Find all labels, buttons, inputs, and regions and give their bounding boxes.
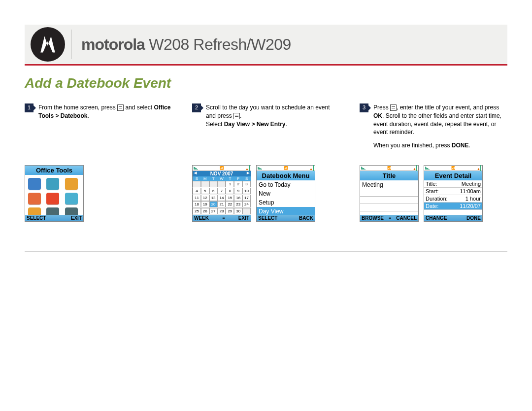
separator bbox=[71, 30, 71, 59]
softkey-left: BROWSE bbox=[362, 215, 384, 221]
softkey-right: CANCEL bbox=[396, 215, 417, 221]
motorola-logo-icon bbox=[31, 27, 65, 62]
icon-grid bbox=[25, 175, 83, 215]
signal-icon bbox=[194, 167, 199, 170]
step-number: 1 bbox=[25, 103, 33, 112]
softkey-right: DONE bbox=[466, 215, 481, 221]
phone-screen-event-detail: 📶▲ Event Detail Title:MeetingStart:11:00… bbox=[424, 165, 483, 222]
softkey-right: BACK bbox=[299, 215, 313, 221]
battery-icon bbox=[313, 165, 314, 171]
screen-title: Office Tools bbox=[25, 166, 83, 175]
battery-icon bbox=[480, 165, 481, 171]
signal-icon bbox=[425, 167, 430, 170]
screen-title: Datebook Menu bbox=[257, 171, 315, 180]
brand-title: motorola W208 Refresh/W209 bbox=[81, 35, 291, 54]
screen-title: Title bbox=[360, 171, 418, 180]
section-title: Add a Datebook Event bbox=[25, 75, 507, 91]
menu-item: New bbox=[257, 189, 315, 198]
menu-icon: ≡ bbox=[389, 215, 391, 221]
radio-icon bbox=[46, 207, 59, 215]
phone-screen-office-tools: Office Tools SELECT EXIT bbox=[25, 165, 84, 222]
menu-icon bbox=[390, 104, 397, 111]
clock-icon bbox=[46, 193, 59, 205]
calendar-day-header: SMTWTFS bbox=[193, 176, 251, 181]
battery-icon bbox=[416, 165, 417, 171]
detail-row: Duration:1 hour bbox=[424, 195, 482, 203]
signal-icon bbox=[258, 167, 263, 170]
step-text: Scroll to the day you want to schedule a… bbox=[206, 103, 340, 150]
softkey-left: SELECT bbox=[27, 215, 46, 221]
step-number: 2 bbox=[192, 103, 201, 112]
board-icon bbox=[46, 178, 59, 190]
menu-item: Go to Today bbox=[257, 180, 315, 189]
wifi-icon bbox=[65, 193, 78, 205]
phone-screen-title: 📶▲ Title Meeting BROWSE ≡ CANCEL bbox=[360, 165, 419, 222]
phone-screen-datebook-menu: 📶▲ Datebook Menu Go to TodayNewSetupDay … bbox=[256, 165, 315, 222]
step-text: From the home screen, press and select O… bbox=[38, 103, 172, 150]
detail-list: Title:MeetingStart:11:00amDuration:1 hou… bbox=[424, 180, 482, 215]
title-body: Meeting bbox=[360, 180, 418, 215]
softkey-left: CHANGE bbox=[426, 215, 447, 221]
game-icon bbox=[28, 193, 41, 205]
title-value: Meeting bbox=[360, 180, 418, 189]
detail-row: Title:Meeting bbox=[424, 180, 482, 188]
menu-icon bbox=[233, 113, 240, 119]
menu-icon bbox=[117, 104, 124, 111]
screen-title: Event Detail bbox=[424, 171, 482, 180]
header-bar: motorola W208 Refresh/W209 bbox=[25, 25, 507, 66]
step-2: 2 Scroll to the day you want to schedule… bbox=[192, 103, 340, 222]
calendar-month: NOV 2007 bbox=[193, 171, 251, 176]
mail-icon bbox=[28, 178, 41, 190]
step-text: Press , enter the title of your event, a… bbox=[373, 103, 507, 150]
menu-item: Setup bbox=[257, 198, 315, 207]
pager-icon bbox=[65, 207, 78, 215]
softkey-left: SELECT bbox=[258, 215, 277, 221]
steps-row: 1 From the home screen, press and select… bbox=[25, 103, 507, 252]
signal-icon bbox=[361, 167, 366, 170]
menu-item: Day View bbox=[257, 207, 315, 215]
detail-row: Date:11/20/07 bbox=[424, 203, 482, 210]
calendar-grid: 1234567891011121314151617181920212223242… bbox=[193, 181, 251, 215]
step-3: 3 Press , enter the title of your event,… bbox=[360, 103, 507, 222]
tools-icon bbox=[28, 207, 41, 215]
phone-screen-calendar: 📶▲ NOV 2007 SMTWTFS 12345678910111213141… bbox=[192, 165, 251, 222]
detail-row: Start:11:00am bbox=[424, 188, 482, 195]
menu-icon: ≡ bbox=[222, 215, 225, 221]
menu-list: Go to TodayNewSetupDay View bbox=[257, 180, 315, 215]
softkey-left: WEEK bbox=[194, 215, 209, 221]
softkey-right: EXIT bbox=[238, 215, 249, 221]
battery-icon bbox=[249, 165, 250, 171]
step-1: 1 From the home screen, press and select… bbox=[25, 103, 172, 222]
softkey-right: EXIT bbox=[71, 215, 82, 221]
notes-icon bbox=[65, 178, 78, 190]
step-number: 3 bbox=[360, 103, 368, 112]
